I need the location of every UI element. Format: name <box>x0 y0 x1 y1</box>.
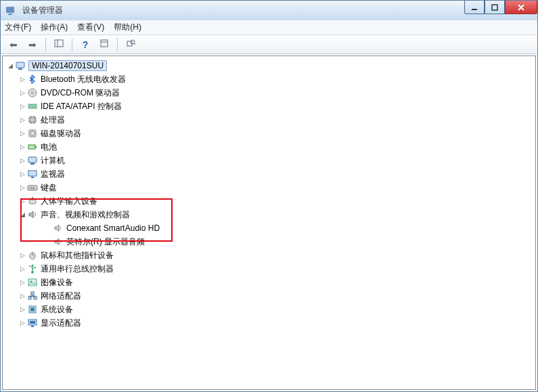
tree-node[interactable]: ▷显示适配器 <box>5 316 535 330</box>
svg-rect-46 <box>32 197 33 200</box>
tree-node-label: 图像设备 <box>41 277 73 288</box>
minimize-button[interactable] <box>464 1 485 14</box>
properties-icon <box>99 39 109 50</box>
mouse-icon <box>27 250 38 261</box>
tree-node[interactable]: ▷IDE ATA/ATAPI 控制器 <box>5 100 535 113</box>
tree-node[interactable]: ▷监视器 <box>5 167 535 181</box>
titlebar: 设备管理器 <box>0 0 538 20</box>
scan-icon <box>126 39 135 50</box>
expander-right-icon[interactable]: ▷ <box>19 144 26 150</box>
expander-right-icon[interactable]: ▷ <box>19 76 26 83</box>
menu-help[interactable]: 帮助(H) <box>114 22 141 33</box>
expander-right-icon[interactable]: ▷ <box>19 252 26 259</box>
back-button[interactable]: ⬅ <box>5 37 22 52</box>
pc-root-icon <box>15 60 26 71</box>
svg-rect-70 <box>30 321 35 324</box>
tree-child-node[interactable]: Conexant SmartAudio HD <box>5 221 535 235</box>
svg-line-12 <box>134 43 135 45</box>
svg-rect-44 <box>30 188 35 189</box>
svg-rect-23 <box>30 117 35 123</box>
maximize-button[interactable] <box>485 1 505 14</box>
hdd-icon <box>27 128 38 139</box>
expander-right-icon[interactable]: ▷ <box>19 103 26 110</box>
expander-right-icon[interactable]: ▷ <box>19 292 26 299</box>
svg-rect-54 <box>35 267 36 268</box>
expander-right-icon[interactable]: ▷ <box>19 279 26 286</box>
tree-node[interactable]: ▷磁盘驱动器 <box>5 127 535 140</box>
tree-node[interactable]: ▷系统设备 <box>5 303 535 316</box>
pane-icon <box>54 39 64 50</box>
properties-button[interactable] <box>95 37 113 52</box>
tree-node[interactable]: ▷计算机 <box>5 154 535 167</box>
svg-marker-55 <box>31 264 34 266</box>
tree-node[interactable]: ▷处理器 <box>5 113 535 127</box>
help-button[interactable]: ? <box>76 37 94 52</box>
display-icon <box>27 318 38 328</box>
arrow-right-icon: ➡ <box>28 39 37 50</box>
scan-hardware-button[interactable] <box>122 37 139 52</box>
expander-right-icon[interactable]: ▷ <box>19 116 26 123</box>
svg-rect-3 <box>492 5 497 10</box>
expander-down-icon[interactable]: ◢ <box>19 211 26 218</box>
svg-rect-6 <box>55 40 63 47</box>
monitor-icon <box>27 169 38 179</box>
svg-rect-36 <box>28 157 37 162</box>
svg-rect-58 <box>28 297 31 299</box>
expander-right-icon[interactable]: ▷ <box>19 265 26 272</box>
expander-right-icon[interactable]: ▷ <box>19 130 26 137</box>
svg-rect-71 <box>31 326 34 327</box>
expander-right-icon[interactable]: ▷ <box>19 198 26 204</box>
speaker-icon <box>53 223 64 234</box>
svg-rect-68 <box>30 307 35 311</box>
toolbar-separator <box>45 38 46 51</box>
system-icon <box>27 304 38 315</box>
tree-child-label: 英特尔(R) 显示器音频 <box>66 236 145 248</box>
tree-node[interactable]: ▷网络适配器 <box>5 289 535 303</box>
tree-node[interactable]: ▷键盘 <box>5 181 535 194</box>
tree-node[interactable]: ▷DVD/CD-ROM 驱动器 <box>5 86 535 100</box>
svg-rect-2 <box>472 9 477 10</box>
tree-child-node[interactable]: 英特尔(R) 显示器音频 <box>5 235 535 248</box>
menu-file[interactable]: 文件(F) <box>5 22 31 33</box>
expander-right-icon[interactable]: ▷ <box>19 184 26 191</box>
expander-down-icon[interactable]: ◢ <box>7 62 14 69</box>
tree-node[interactable]: ▷Bluetooth 无线电收发器 <box>5 72 535 86</box>
menubar: 文件(F) 操作(A) 查看(V) 帮助(H) <box>0 20 538 35</box>
tree-node[interactable]: ◢声音、视频和游戏控制器 <box>5 208 535 221</box>
expander-right-icon[interactable]: ▷ <box>19 306 26 313</box>
tree-node[interactable]: ▷图像设备 <box>5 276 535 289</box>
svg-rect-43 <box>33 187 35 188</box>
svg-point-53 <box>29 265 30 267</box>
image-icon <box>27 277 38 288</box>
tree-node[interactable]: ▷人体学输入设备 <box>5 194 535 208</box>
tree-node-label: 显示适配器 <box>41 318 81 329</box>
expander-right-icon[interactable]: ▷ <box>19 157 26 164</box>
show-hide-console-button[interactable] <box>50 37 68 52</box>
help-icon: ? <box>83 39 89 50</box>
expander-right-icon[interactable]: ▷ <box>19 320 26 326</box>
tree-child-label: Conexant SmartAudio HD <box>66 223 160 233</box>
menu-view[interactable]: 查看(V) <box>77 22 104 33</box>
svg-rect-60 <box>31 292 34 295</box>
expander-right-icon[interactable]: ▷ <box>19 171 26 177</box>
menu-action[interactable]: 操作(A) <box>41 22 68 33</box>
tree-node[interactable]: ▷鼠标和其他指针设备 <box>5 248 535 262</box>
svg-rect-40 <box>28 186 37 190</box>
close-button[interactable] <box>505 1 537 14</box>
svg-point-49 <box>31 271 34 274</box>
ide-icon <box>27 101 38 112</box>
svg-rect-14 <box>18 68 22 70</box>
bluetooth-icon <box>27 74 38 85</box>
tree-root[interactable]: ◢WIN-20140701SUU <box>5 59 535 72</box>
hid-icon <box>27 196 38 206</box>
tree-node-label: 计算机 <box>41 155 65 167</box>
tree-node[interactable]: ▷电池 <box>5 140 535 154</box>
tree-node-label: 磁盘驱动器 <box>41 128 81 139</box>
expander-right-icon[interactable]: ▷ <box>19 89 26 96</box>
device-tree-pane[interactable]: ◢WIN-20140701SUU▷Bluetooth 无线电收发器▷DVD/CD… <box>2 56 536 390</box>
forward-button[interactable]: ➡ <box>24 37 41 52</box>
content-area: ◢WIN-20140701SUU▷Bluetooth 无线电收发器▷DVD/CD… <box>0 54 538 392</box>
svg-rect-41 <box>29 187 30 188</box>
tree-node[interactable]: ▷通用串行总线控制器 <box>5 262 535 276</box>
svg-rect-37 <box>30 163 35 165</box>
